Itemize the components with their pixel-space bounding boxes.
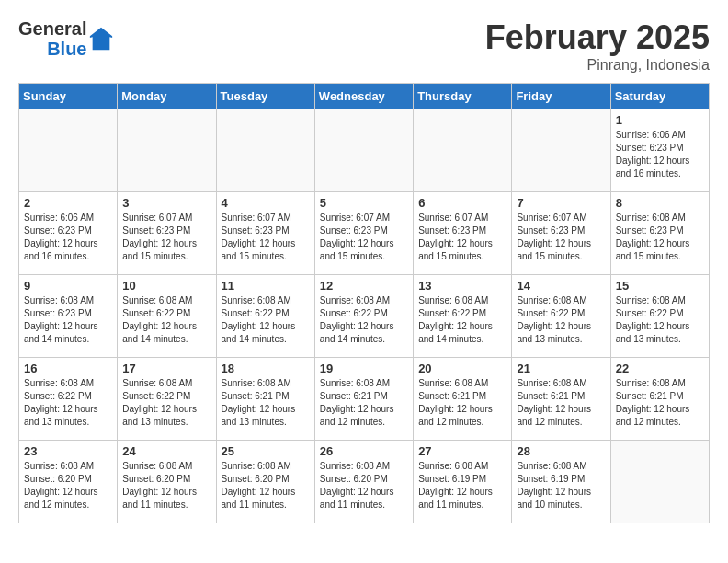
day-number: 23 xyxy=(24,444,112,458)
calendar-cell: 28Sunrise: 6:08 AM Sunset: 6:19 PM Dayli… xyxy=(512,441,610,523)
calendar-week-1: 1Sunrise: 6:06 AM Sunset: 6:23 PM Daylig… xyxy=(19,109,710,192)
title-block: February 2025 Pinrang, Indonesia xyxy=(485,18,710,74)
calendar-week-3: 9Sunrise: 6:08 AM Sunset: 6:23 PM Daylig… xyxy=(19,275,710,358)
calendar-cell: 22Sunrise: 6:08 AM Sunset: 6:21 PM Dayli… xyxy=(610,358,709,441)
day-number: 14 xyxy=(517,279,605,293)
day-number: 13 xyxy=(418,279,506,293)
col-saturday: Saturday xyxy=(610,84,709,109)
logo-blue-text: Blue xyxy=(47,39,86,59)
day-info: Sunrise: 6:08 AM Sunset: 6:20 PM Dayligh… xyxy=(122,460,210,511)
day-number: 12 xyxy=(320,279,408,293)
calendar-subtitle: Pinrang, Indonesia xyxy=(485,57,710,74)
calendar-week-4: 16Sunrise: 6:08 AM Sunset: 6:22 PM Dayli… xyxy=(19,358,710,441)
day-number: 16 xyxy=(24,362,112,375)
day-info: Sunrise: 6:08 AM Sunset: 6:22 PM Dayligh… xyxy=(122,294,210,346)
day-number: 2 xyxy=(24,196,112,210)
day-info: Sunrise: 6:08 AM Sunset: 6:22 PM Dayligh… xyxy=(24,377,112,429)
day-info: Sunrise: 6:08 AM Sunset: 6:21 PM Dayligh… xyxy=(517,377,605,429)
calendar-week-2: 2Sunrise: 6:06 AM Sunset: 6:23 PM Daylig… xyxy=(19,192,710,275)
day-number: 24 xyxy=(122,444,210,458)
day-info: Sunrise: 6:07 AM Sunset: 6:23 PM Dayligh… xyxy=(320,212,408,263)
calendar-body: 1Sunrise: 6:06 AM Sunset: 6:23 PM Daylig… xyxy=(19,109,710,523)
calendar-header: Sunday Monday Tuesday Wednesday Thursday… xyxy=(19,84,710,109)
calendar-week-5: 23Sunrise: 6:08 AM Sunset: 6:20 PM Dayli… xyxy=(19,441,710,523)
calendar-cell: 23Sunrise: 6:08 AM Sunset: 6:20 PM Dayli… xyxy=(19,441,118,523)
header-row: Sunday Monday Tuesday Wednesday Thursday… xyxy=(19,84,710,109)
calendar-cell: 15Sunrise: 6:08 AM Sunset: 6:22 PM Dayli… xyxy=(610,275,709,358)
day-number: 6 xyxy=(418,196,506,210)
day-number: 10 xyxy=(122,279,210,293)
day-number: 28 xyxy=(517,444,605,458)
col-monday: Monday xyxy=(118,84,216,109)
calendar-cell: 7Sunrise: 6:07 AM Sunset: 6:23 PM Daylig… xyxy=(512,192,610,275)
calendar-cell: 2Sunrise: 6:06 AM Sunset: 6:23 PM Daylig… xyxy=(19,192,118,275)
calendar-cell xyxy=(216,109,314,192)
calendar-cell: 6Sunrise: 6:07 AM Sunset: 6:23 PM Daylig… xyxy=(414,192,512,275)
day-number: 22 xyxy=(616,362,704,375)
day-number: 9 xyxy=(24,279,112,293)
calendar-cell: 18Sunrise: 6:08 AM Sunset: 6:21 PM Dayli… xyxy=(216,358,314,441)
col-friday: Friday xyxy=(512,84,610,109)
day-number: 18 xyxy=(222,362,310,375)
day-number: 11 xyxy=(222,279,310,293)
day-info: Sunrise: 6:08 AM Sunset: 6:21 PM Dayligh… xyxy=(616,377,704,429)
day-info: Sunrise: 6:07 AM Sunset: 6:23 PM Dayligh… xyxy=(418,212,506,263)
calendar-cell: 14Sunrise: 6:08 AM Sunset: 6:22 PM Dayli… xyxy=(512,275,610,358)
calendar-cell xyxy=(118,109,216,192)
day-number: 5 xyxy=(320,196,408,210)
calendar-cell: 13Sunrise: 6:08 AM Sunset: 6:22 PM Dayli… xyxy=(414,275,512,358)
day-number: 17 xyxy=(122,362,210,375)
day-info: Sunrise: 6:08 AM Sunset: 6:22 PM Dayligh… xyxy=(122,377,210,429)
day-info: Sunrise: 6:08 AM Sunset: 6:21 PM Dayligh… xyxy=(320,377,408,429)
day-info: Sunrise: 6:08 AM Sunset: 6:22 PM Dayligh… xyxy=(517,294,605,346)
calendar-cell: 10Sunrise: 6:08 AM Sunset: 6:22 PM Dayli… xyxy=(118,275,216,358)
day-number: 4 xyxy=(222,196,310,210)
day-number: 3 xyxy=(122,196,210,210)
day-number: 1 xyxy=(616,113,704,127)
calendar-cell: 24Sunrise: 6:08 AM Sunset: 6:20 PM Dayli… xyxy=(118,441,216,523)
calendar-cell xyxy=(610,441,709,523)
calendar-cell: 1Sunrise: 6:06 AM Sunset: 6:23 PM Daylig… xyxy=(610,109,709,192)
day-info: Sunrise: 6:08 AM Sunset: 6:22 PM Dayligh… xyxy=(320,294,408,346)
day-number: 8 xyxy=(616,196,704,210)
calendar-cell: 17Sunrise: 6:08 AM Sunset: 6:22 PM Dayli… xyxy=(118,358,216,441)
day-number: 15 xyxy=(616,279,704,293)
logo: General Blue xyxy=(18,18,114,59)
calendar-cell: 11Sunrise: 6:08 AM Sunset: 6:22 PM Dayli… xyxy=(216,275,314,358)
svg-marker-0 xyxy=(90,28,112,50)
calendar-cell: 21Sunrise: 6:08 AM Sunset: 6:21 PM Dayli… xyxy=(512,358,610,441)
calendar-cell: 27Sunrise: 6:08 AM Sunset: 6:19 PM Dayli… xyxy=(414,441,512,523)
day-info: Sunrise: 6:08 AM Sunset: 6:19 PM Dayligh… xyxy=(418,460,506,511)
calendar-cell xyxy=(314,109,413,192)
calendar-cell: 9Sunrise: 6:08 AM Sunset: 6:23 PM Daylig… xyxy=(19,275,118,358)
day-info: Sunrise: 6:07 AM Sunset: 6:23 PM Dayligh… xyxy=(222,212,310,263)
logo-icon xyxy=(88,26,114,52)
day-number: 27 xyxy=(418,444,506,458)
calendar-table: Sunday Monday Tuesday Wednesday Thursday… xyxy=(18,83,710,523)
calendar-cell: 20Sunrise: 6:08 AM Sunset: 6:21 PM Dayli… xyxy=(414,358,512,441)
day-info: Sunrise: 6:06 AM Sunset: 6:23 PM Dayligh… xyxy=(24,212,112,263)
day-info: Sunrise: 6:07 AM Sunset: 6:23 PM Dayligh… xyxy=(517,212,605,263)
col-wednesday: Wednesday xyxy=(314,84,413,109)
day-info: Sunrise: 6:08 AM Sunset: 6:23 PM Dayligh… xyxy=(24,294,112,346)
col-sunday: Sunday xyxy=(19,84,118,109)
day-info: Sunrise: 6:06 AM Sunset: 6:23 PM Dayligh… xyxy=(616,129,704,180)
day-number: 25 xyxy=(222,444,310,458)
day-info: Sunrise: 6:08 AM Sunset: 6:20 PM Dayligh… xyxy=(222,460,310,511)
day-info: Sunrise: 6:08 AM Sunset: 6:22 PM Dayligh… xyxy=(418,294,506,346)
calendar-cell: 12Sunrise: 6:08 AM Sunset: 6:22 PM Dayli… xyxy=(314,275,413,358)
day-number: 19 xyxy=(320,362,408,375)
day-info: Sunrise: 6:08 AM Sunset: 6:21 PM Dayligh… xyxy=(222,377,310,429)
calendar-cell xyxy=(512,109,610,192)
day-info: Sunrise: 6:08 AM Sunset: 6:20 PM Dayligh… xyxy=(320,460,408,511)
day-info: Sunrise: 6:08 AM Sunset: 6:21 PM Dayligh… xyxy=(418,377,506,429)
day-info: Sunrise: 6:08 AM Sunset: 6:20 PM Dayligh… xyxy=(24,460,112,511)
col-thursday: Thursday xyxy=(414,84,512,109)
calendar-cell xyxy=(414,109,512,192)
day-info: Sunrise: 6:08 AM Sunset: 6:22 PM Dayligh… xyxy=(616,294,704,346)
day-info: Sunrise: 6:08 AM Sunset: 6:23 PM Dayligh… xyxy=(616,212,704,263)
day-info: Sunrise: 6:08 AM Sunset: 6:19 PM Dayligh… xyxy=(517,460,605,511)
calendar-title: February 2025 xyxy=(485,18,710,57)
calendar-cell: 5Sunrise: 6:07 AM Sunset: 6:23 PM Daylig… xyxy=(314,192,413,275)
calendar-cell: 25Sunrise: 6:08 AM Sunset: 6:20 PM Dayli… xyxy=(216,441,314,523)
